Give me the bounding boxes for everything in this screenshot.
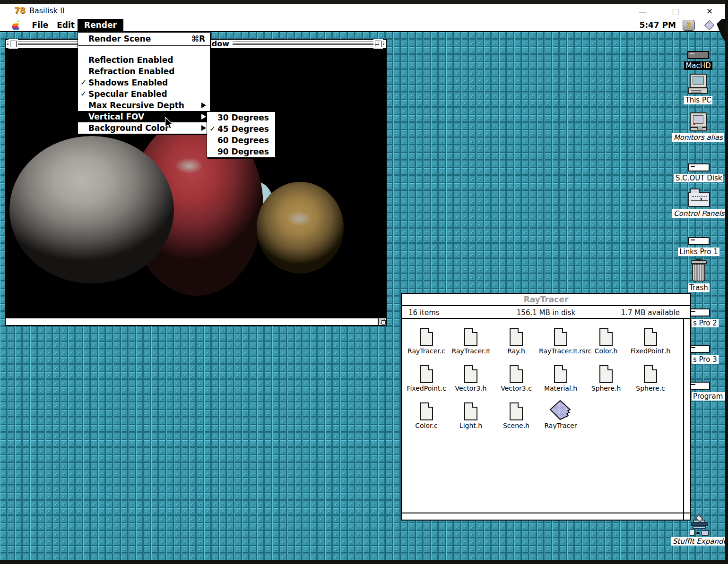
icon-label: StuffIt Expander™: [671, 537, 728, 546]
document-icon: [510, 402, 523, 420]
menu-item-label: Render Scene: [88, 34, 151, 43]
file-sphere-c[interactable]: Sphere.c: [629, 362, 672, 398]
file-label: Vector3.c: [494, 385, 538, 392]
application-menu-icon[interactable]: [703, 21, 715, 30]
file-scene-h[interactable]: Scene.h: [494, 400, 538, 436]
file-raytracer-app[interactable]: RayTracer: [539, 400, 582, 436]
desktop-icon-links-pro-2[interactable]: s Pro 2: [685, 308, 723, 327]
menu-item-60-degrees[interactable]: 60 Degrees: [207, 135, 275, 146]
window-resize-corner[interactable]: [683, 513, 690, 520]
file-label: Vector3.h: [449, 385, 493, 392]
submenu-arrow-icon: [201, 125, 206, 131]
file-material-h[interactable]: Material.h: [539, 362, 582, 398]
desktop-icon-program-1[interactable]: Program 1: [685, 382, 727, 401]
icon-label: Control Panels: [672, 209, 726, 218]
trash-can-icon: [692, 264, 705, 282]
check-mark: ✓: [80, 77, 87, 88]
menu-item-vertical-fov[interactable]: Vertical FOV: [78, 111, 210, 122]
menu-item-specular-enabled[interactable]: ✓ Specular Enabled: [78, 88, 210, 100]
menu-item-render-scene[interactable]: Render Scene ⌘R: [78, 33, 210, 45]
desktop-icon-links-pro-1[interactable]: Links Pro 1: [676, 237, 721, 256]
menu-item-label: 45 Degrees: [217, 124, 269, 134]
finder-status-bar: 16 items 156.1 MB in disk 1.7 MB availab…: [402, 307, 690, 319]
file-color-c[interactable]: Color.c: [405, 400, 448, 436]
window-grow-box[interactable]: [378, 318, 386, 325]
slider-dots: [692, 196, 707, 197]
stuffit-press-icon: [693, 526, 706, 529]
file-raytracer-c[interactable]: RayTracer.c: [405, 325, 448, 361]
file-sphere-h[interactable]: Sphere.h: [584, 362, 628, 398]
document-icon: [599, 328, 613, 346]
menu-item-30-degrees[interactable]: 30 Degrees: [207, 112, 275, 123]
menu-item-label: Background Color: [88, 123, 169, 133]
menu-item-background-color[interactable]: Background Color: [78, 122, 210, 134]
menu-render[interactable]: Render: [78, 19, 123, 31]
menu-item-label: 30 Degrees: [217, 113, 269, 122]
window-close-box[interactable]: [10, 41, 17, 47]
red-sphere-highlight: [175, 158, 203, 174]
desktop-icon-monitors-alias[interactable]: Monitors alias: [671, 112, 725, 142]
document-icon: [599, 365, 613, 383]
menu-item-45-degrees[interactable]: ✓ 45 Degrees: [207, 123, 275, 135]
mac-menubar: File Edit Render 5:47 PM ?: [0, 19, 725, 32]
icon-label: This PC: [684, 96, 713, 104]
window-title: Basilisk II: [29, 6, 65, 15]
minimize-button[interactable]: —: [635, 5, 650, 18]
desktop-icon-links-pro-3[interactable]: s Pro 3: [685, 345, 723, 364]
raytracer-app-glyph: [704, 20, 714, 30]
menu-item-label: Shadows Enabled: [88, 78, 168, 87]
horizontal-scrollbar[interactable]: [402, 513, 683, 520]
file-label: FixedPoint.h: [629, 347, 672, 355]
application-icon: [539, 400, 582, 420]
menu-item-label: Refraction Enabled: [88, 67, 174, 76]
document-icon: [464, 402, 477, 420]
window-zoom-box[interactable]: [375, 41, 381, 47]
check-mark: ✓: [80, 88, 87, 100]
file-ray-h[interactable]: Ray.h: [494, 325, 538, 361]
menu-item-refraction-enabled[interactable]: Refraction Enabled: [78, 66, 210, 77]
menu-edit[interactable]: Edit: [55, 19, 77, 31]
file-fixedpoint-h[interactable]: FixedPoint.h: [629, 325, 672, 361]
windows-desktop-edge-top: [0, 0, 728, 4]
balloon-help-icon[interactable]: ?: [683, 20, 695, 31]
apple-menu-icon[interactable]: [11, 20, 22, 33]
menu-item-max-recursive-depth[interactable]: Max Recursive Depth: [78, 100, 210, 111]
windows-desktop-edge-bottom: [0, 560, 728, 564]
vertical-scrollbar[interactable]: [683, 319, 690, 513]
file-fixedpoint-c[interactable]: FixedPoint.c: [405, 362, 448, 398]
file-color-h[interactable]: Color.h: [584, 325, 628, 361]
finder-window-titlebar[interactable]: RayTracer: [402, 294, 690, 306]
file-label: RayTracer.π.rsrc: [539, 347, 582, 355]
desktop-icon-trash[interactable]: Trash: [679, 259, 719, 292]
maximize-button[interactable]: □: [668, 5, 683, 18]
monitor-icon: [690, 112, 707, 128]
file-raytracer-pi-rsrc[interactable]: RayTracer.π.rsrc: [539, 325, 582, 361]
file-vector3-h[interactable]: Vector3.h: [449, 362, 493, 398]
gray-sphere: [9, 136, 174, 283]
disk-available: 1.7 MB available: [621, 307, 680, 318]
file-label: FixedPoint.c: [405, 385, 448, 392]
menu-item-reflection-enabled[interactable]: Reflection Enabled: [78, 54, 210, 66]
submenu-arrow-icon: [201, 114, 206, 120]
menu-item-shadows-enabled[interactable]: ✓ Shadows Enabled: [78, 77, 210, 88]
document-icon: [420, 328, 433, 346]
close-button[interactable]: ✕: [702, 5, 717, 18]
disk-icon: [688, 382, 710, 390]
file-light-h[interactable]: Light.h: [449, 400, 493, 436]
desktop-icon-control-panels[interactable]: Control Panels: [671, 188, 727, 218]
windows-titlebar: 78 Basilisk II — □ ✕: [0, 4, 725, 19]
menu-item-90-degrees[interactable]: 90 Degrees: [207, 146, 275, 157]
gold-sphere: [257, 182, 344, 273]
file-vector3-c[interactable]: Vector3.c: [494, 362, 538, 398]
finder-window-raytracer: RayTracer 16 items 156.1 MB in disk 1.7 …: [401, 293, 691, 521]
finder-window-title: RayTracer: [524, 295, 569, 304]
desktop-icon-scout-disk[interactable]: S.C.OUT Disk: [674, 163, 723, 182]
document-icon: [554, 365, 567, 383]
menu-file[interactable]: File: [29, 19, 51, 31]
desktop-icon-this-pc[interactable]: This PC: [677, 74, 719, 104]
file-label: Color.h: [584, 347, 628, 355]
file-label: Sphere.c: [629, 385, 672, 392]
desktop-icon-machd[interactable]: MacHD: [677, 51, 719, 70]
menu-shortcut: ⌘R: [191, 33, 205, 45]
file-raytracer-pi[interactable]: RayTracer.π: [449, 325, 493, 361]
